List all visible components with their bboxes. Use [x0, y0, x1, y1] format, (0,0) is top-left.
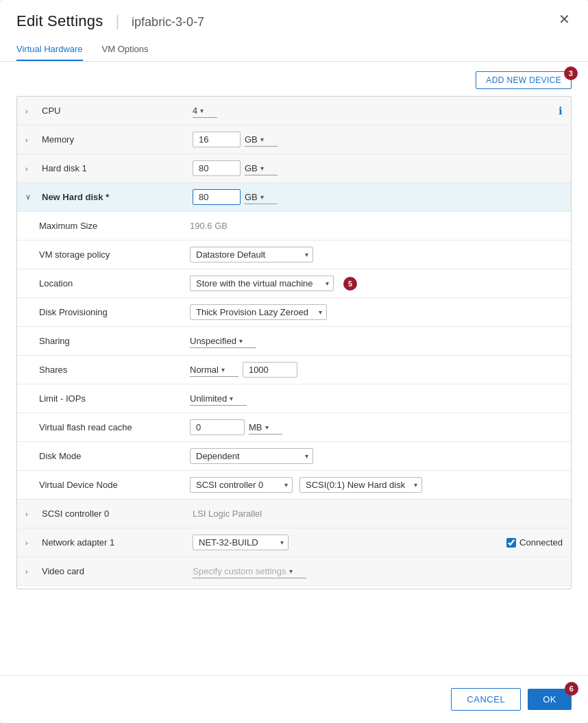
hard-disk-1-unit-chevron-icon: ▾ — [260, 164, 264, 172]
vm-storage-policy-select[interactable]: Datastore Default ▾ — [190, 247, 313, 262]
vm-storage-policy-chevron-icon: ▾ — [305, 251, 308, 258]
new-hard-disk-label: New Hard disk * — [42, 192, 193, 202]
video-card-expand-icon[interactable]: › — [25, 567, 38, 576]
hard-disk-1-input[interactable]: 80 — [193, 160, 241, 176]
virtual-device-node-select1[interactable]: SCSI controller 0 ▾ — [190, 477, 293, 493]
sharing-select[interactable]: Unspecified ▾ — [190, 334, 256, 348]
settings-panel: › CPU 4 ▾ ℹ › Memory 16 GB ▾ — [16, 96, 572, 589]
connected-label: Connected — [519, 537, 563, 548]
tab-virtual-hardware[interactable]: Virtual Hardware — [16, 38, 83, 61]
cpu-select[interactable]: 4 ▾ — [193, 104, 217, 118]
sharing-chevron-icon: ▾ — [239, 337, 243, 345]
shares-label: Shares — [39, 365, 190, 375]
toolbar: ADD NEW DEVICE 3 — [16, 71, 572, 89]
virtual-flash-value: 0 MB ▾ — [190, 419, 563, 435]
max-size-row: Maximum Size 190.6 GB — [17, 212, 571, 241]
disk-mode-value: Dependent ▾ — [190, 448, 563, 464]
memory-row: › Memory 16 GB ▾ — [17, 125, 571, 154]
memory-value: 16 GB ▾ — [193, 132, 563, 147]
max-size-label: Maximum Size — [39, 221, 190, 231]
video-card-row: › Video card Specify custom settings ▾ — [17, 557, 571, 586]
network-adapter-expand-icon[interactable]: › — [25, 539, 38, 547]
vm-name: ipfabric-3-0-7 — [132, 15, 204, 29]
disk-mode-label: Disk Mode — [39, 451, 190, 461]
dialog-title: Edit Settings — [16, 12, 103, 30]
connected-checkbox[interactable] — [506, 538, 516, 548]
scsi-expand-icon[interactable]: › — [25, 510, 38, 518]
new-hard-disk-value: 80 GB ▾ — [193, 189, 563, 205]
hard-disk-1-unit-select[interactable]: GB ▾ — [245, 162, 278, 175]
disk-mode-select[interactable]: Dependent ▾ — [190, 448, 313, 464]
virtual-device-node-value: SCSI controller 0 ▾ SCSI(0:1) New Hard d… — [190, 477, 563, 493]
vm-storage-policy-row: VM storage policy Datastore Default ▾ — [17, 241, 571, 269]
shares-row: Shares Normal ▾ 1000 — [17, 356, 571, 384]
cpu-expand-icon[interactable]: › — [25, 107, 38, 115]
vdn-select1-chevron-icon: ▾ — [284, 481, 288, 489]
scsi-controller-row: › SCSI controller 0 LSI Logic Parallel — [17, 500, 571, 528]
video-card-select[interactable]: Specify custom settings ▾ — [193, 565, 306, 578]
shares-value: Normal ▾ 1000 — [190, 362, 563, 378]
tab-bar: Virtual Hardware VM Options — [16, 38, 572, 61]
new-hard-disk-row: ∨ New Hard disk * 80 GB ▾ — [17, 183, 571, 212]
new-hard-disk-expand-icon[interactable]: ∨ — [25, 193, 38, 201]
memory-label: Memory — [42, 134, 193, 145]
memory-unit-chevron-icon: ▾ — [260, 136, 264, 143]
ok-button[interactable]: OK 6 — [528, 689, 572, 710]
disk-mode-row: Disk Mode Dependent ▾ — [17, 442, 571, 471]
hard-disk-1-expand-icon[interactable]: › — [25, 164, 38, 173]
dialog-footer: CANCEL OK 6 — [0, 675, 588, 723]
memory-expand-icon[interactable]: › — [25, 136, 38, 144]
sharing-label: Sharing — [39, 336, 190, 346]
vdn-select2-chevron-icon: ▾ — [414, 481, 417, 489]
location-row: Location Store with the virtual machine … — [17, 269, 571, 298]
location-value: Store with the virtual machine ▾ 5 — [190, 275, 563, 291]
network-adapter-row: › Network adapter 1 NET-32-BUILD ▾ Conne… — [17, 528, 571, 557]
vmci-device-section: VMCI device Device on the virtual machin… — [17, 586, 571, 589]
shares-chevron-icon: ▾ — [221, 366, 225, 373]
hard-disk-1-row: › Hard disk 1 80 GB ▾ — [17, 154, 571, 183]
tab-vm-options[interactable]: VM Options — [102, 38, 149, 61]
video-card-label: Video card — [42, 566, 193, 576]
shares-input[interactable]: 1000 — [243, 362, 297, 378]
disk-provisioning-select[interactable]: Thick Provision Lazy Zeroed ▾ — [190, 304, 327, 320]
hard-disk-1-value: 80 GB ▾ — [193, 160, 563, 176]
disk-mode-chevron-icon: ▾ — [305, 452, 308, 460]
virtual-device-node-label: Virtual Device Node — [39, 480, 190, 490]
memory-unit-select[interactable]: GB ▾ — [245, 133, 278, 147]
location-label: Location — [39, 278, 190, 289]
location-badge: 5 — [343, 277, 357, 291]
shares-select[interactable]: Normal ▾ — [190, 363, 238, 377]
cpu-info-icon[interactable]: ℹ — [559, 105, 563, 117]
scsi-value: LSI Logic Parallel — [193, 508, 563, 519]
virtual-flash-unit-select[interactable]: MB ▾ — [249, 421, 282, 434]
sharing-value: Unspecified ▾ — [190, 334, 563, 348]
close-button[interactable]: ✕ — [554, 11, 574, 27]
network-adapter-select[interactable]: NET-32-BUILD ▾ — [193, 535, 289, 550]
virtual-flash-row: Virtual flash read cache 0 MB ▾ — [17, 413, 571, 442]
network-adapter-label: Network adapter 1 — [42, 537, 193, 548]
virtual-flash-input[interactable]: 0 — [190, 419, 245, 435]
disk-provisioning-value: Thick Provision Lazy Zeroed ▾ — [190, 304, 563, 320]
video-card-chevron-icon: ▾ — [289, 567, 293, 575]
limit-iops-select[interactable]: Unlimited ▾ — [190, 392, 247, 406]
connected-container: Connected — [506, 537, 563, 548]
network-adapter-value: NET-32-BUILD ▾ — [193, 535, 506, 550]
cpu-row: › CPU 4 ▾ ℹ — [17, 97, 571, 125]
vm-storage-policy-label: VM storage policy — [39, 249, 190, 260]
location-select[interactable]: Store with the virtual machine ▾ — [190, 275, 334, 291]
virtual-flash-label: Virtual flash read cache — [39, 422, 190, 432]
cpu-value: 4 ▾ — [193, 104, 559, 118]
ok-badge: 6 — [565, 682, 578, 696]
disk-provisioning-chevron-icon: ▾ — [319, 308, 322, 316]
hard-disk-1-label: Hard disk 1 — [42, 163, 193, 173]
add-new-device-button[interactable]: ADD NEW DEVICE 3 — [476, 71, 572, 89]
virtual-device-node-select2[interactable]: SCSI(0:1) New Hard disk ▾ — [299, 477, 422, 493]
cpu-label: CPU — [42, 106, 193, 116]
scsi-label: SCSI controller 0 — [42, 508, 193, 519]
new-hard-disk-unit-select[interactable]: GB ▾ — [245, 191, 278, 204]
new-hard-disk-input[interactable]: 80 — [193, 189, 241, 205]
disk-provisioning-row: Disk Provisioning Thick Provision Lazy Z… — [17, 298, 571, 327]
memory-input[interactable]: 16 — [193, 132, 241, 147]
cancel-button[interactable]: CANCEL — [451, 688, 521, 711]
title-separator: | — [115, 12, 119, 30]
